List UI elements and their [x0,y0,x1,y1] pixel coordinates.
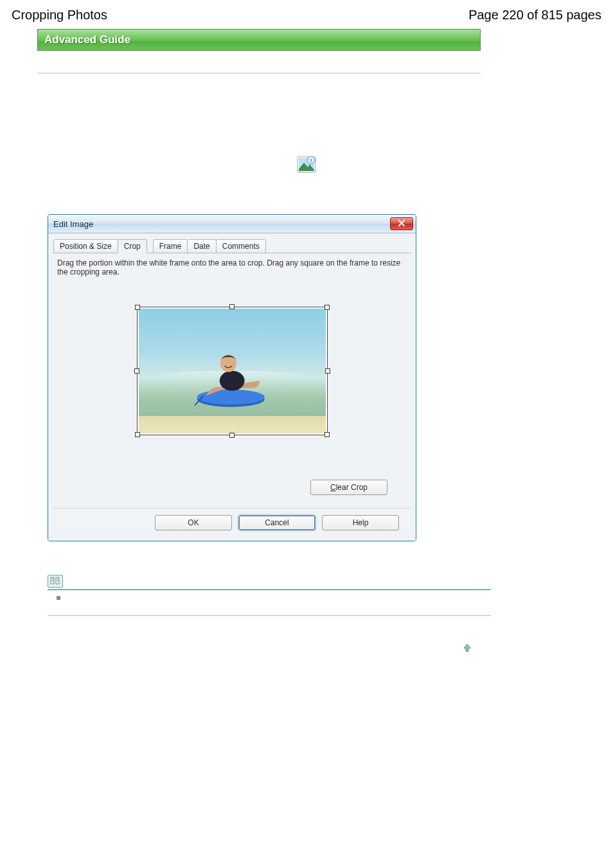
crop-handle-bottom-left[interactable] [135,432,140,437]
crop-handle-right[interactable] [325,368,330,374]
note-rule [48,589,491,590]
page-counter: Page 220 of 815 pages [468,8,601,23]
close-icon [398,219,405,229]
button-label: OK [188,518,199,527]
edit-image-dialog: Edit Image Position & Size Crop Frame [48,214,416,541]
tab-label: Comments [222,242,260,251]
page-title: Cropping Photos [12,8,107,23]
up-arrow-icon [463,643,472,654]
note-rule-bottom [48,615,491,617]
help-button[interactable]: Help [322,515,399,530]
svg-point-7 [220,371,245,391]
note-badge [48,575,601,588]
tab-frame[interactable]: Frame [153,239,188,253]
note-bullet [57,596,60,600]
dialog-tabs: Position & Size Crop Frame Date Comments [53,239,411,253]
crop-handle-top-left[interactable] [135,305,140,310]
crop-handle-left[interactable] [134,368,139,374]
button-label: Help [353,518,369,527]
tab-comments[interactable]: Comments [216,239,266,253]
close-button[interactable] [390,217,413,230]
image-info-icon: i [297,156,316,173]
dialog-title: Edit Image [53,219,93,229]
crop-canvas[interactable] [138,307,327,435]
svg-text:i: i [310,158,312,163]
clear-crop-button[interactable]: Clear Crop [310,480,387,495]
page-top-link[interactable] [463,643,472,655]
crop-image-preview[interactable] [138,307,327,435]
dialog-bottom-buttons: OK Cancel Help [53,508,411,534]
cancel-button[interactable]: Cancel [238,515,315,530]
svg-point-6 [197,390,265,404]
tab-date[interactable]: Date [187,239,216,253]
crop-instruction: Drag the portion within the white frame … [57,258,407,276]
crop-handle-bottom-right[interactable] [324,432,330,437]
crop-handle-bottom[interactable] [229,433,235,438]
page-header: Cropping Photos Page 220 of 815 pages [12,8,601,23]
tab-position-size[interactable]: Position & Size [53,239,118,253]
note-icon [50,575,60,587]
crop-handle-top-right[interactable] [324,305,330,310]
button-label: Clear Crop [330,483,368,492]
crop-handle-top[interactable] [229,304,235,309]
svg-point-8 [220,355,236,372]
dialog-titlebar: Edit Image [48,215,416,233]
tab-label: Frame [159,242,182,251]
tab-label: Date [193,242,209,251]
tab-label: Crop [124,242,141,251]
tab-crop[interactable]: Crop [118,239,147,253]
button-label: Cancel [265,518,289,527]
tab-label: Position & Size [60,242,112,251]
separator [37,73,481,74]
guide-banner-label: Advanced Guide [44,33,130,46]
image-subject [195,343,269,412]
guide-banner: Advanced Guide [37,29,481,51]
ok-button[interactable]: OK [155,515,232,530]
